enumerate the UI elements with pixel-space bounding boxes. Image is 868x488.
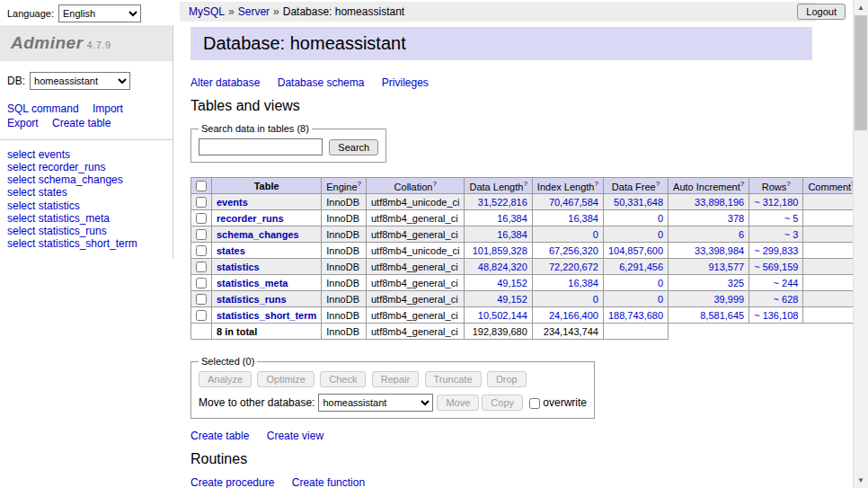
data-free-link[interactable]: 0 [658, 278, 663, 288]
data-free-link[interactable]: 104,857,600 [608, 245, 663, 256]
help-marker[interactable]: ? [358, 180, 361, 188]
row-checkbox[interactable] [196, 197, 207, 208]
export-link[interactable]: Export [7, 117, 39, 129]
table-name-link[interactable]: statistics_runs [217, 294, 287, 305]
table-name-link[interactable]: schema_changes [217, 229, 299, 240]
index-length-link[interactable]: 16,384 [568, 213, 598, 224]
create-procedure-link[interactable]: Create procedure [190, 476, 274, 488]
language-select[interactable]: English [58, 4, 141, 22]
auto-increment-link[interactable]: 39,999 [714, 294, 745, 305]
create-table-link[interactable]: Create table [52, 117, 111, 129]
privileges-link[interactable]: Privileges [382, 76, 429, 89]
help-marker[interactable]: ? [594, 180, 598, 188]
data-length-link[interactable]: 16,384 [497, 229, 527, 240]
auto-increment-link[interactable]: 325 [728, 278, 744, 288]
auto-increment-link[interactable]: 8,581,645 [700, 310, 744, 321]
sidebar-table-link[interactable]: select statistics_short_term [7, 238, 165, 250]
help-marker[interactable]: ? [523, 180, 527, 188]
move-button[interactable]: Move [437, 395, 479, 411]
sidebar-table-link[interactable]: select states [7, 187, 165, 199]
search-button[interactable]: Search [329, 139, 378, 155]
rows-link[interactable]: ~ 312,180 [754, 197, 798, 208]
data-length-link[interactable]: 31,522,816 [478, 197, 527, 208]
data-length-link[interactable]: 10,502,144 [478, 310, 527, 321]
row-checkbox[interactable] [196, 245, 207, 256]
sql-command-link[interactable]: SQL command [7, 102, 79, 115]
data-free-link[interactable]: 0 [658, 213, 663, 224]
copy-button[interactable]: Copy [482, 395, 523, 411]
row-checkbox[interactable] [196, 262, 207, 272]
db-select[interactable]: homeassistant [30, 72, 130, 90]
breadcrumb-mysql-link[interactable]: MySQL [189, 5, 225, 18]
data-free-link[interactable]: 0 [658, 229, 663, 240]
overwrite-checkbox[interactable] [529, 398, 540, 409]
table-name-link[interactable]: events [217, 197, 248, 208]
data-length-link[interactable]: 49,152 [497, 294, 527, 305]
index-length-link[interactable]: 24,166,400 [549, 310, 598, 321]
rows-link[interactable]: ~ 136,108 [754, 310, 798, 321]
data-length-link[interactable]: 48,824,320 [478, 262, 527, 272]
index-length-link[interactable]: 67,256,320 [549, 245, 598, 256]
select-all-checkbox[interactable] [196, 181, 207, 191]
help-marker[interactable]: ? [656, 180, 660, 188]
auto-increment-link[interactable]: 913,577 [708, 262, 744, 272]
database-schema-link[interactable]: Database schema [278, 76, 365, 89]
rows-link[interactable]: ~ 299,833 [754, 245, 798, 256]
table-name-link[interactable]: states [217, 245, 245, 256]
import-link[interactable]: Import [93, 102, 123, 115]
auto-increment-link[interactable]: 33,898,196 [695, 197, 744, 208]
rows-link[interactable]: ~ 5 [784, 213, 799, 224]
search-input[interactable] [199, 138, 323, 155]
auto-increment-link[interactable]: 378 [728, 213, 744, 224]
data-free-link[interactable]: 188,743,680 [608, 310, 663, 321]
rows-link[interactable]: ~ 569,159 [754, 262, 798, 272]
rows-link[interactable]: ~ 628 [774, 294, 799, 305]
repair-button[interactable]: Repair [372, 371, 419, 387]
help-marker[interactable]: ? [740, 180, 744, 188]
data-length-link[interactable]: 16,384 [497, 213, 527, 224]
truncate-button[interactable]: Truncate [425, 371, 482, 387]
scroll-up-icon[interactable]: ▲ [854, 0, 868, 15]
table-name-link[interactable]: statistics_meta [217, 278, 288, 288]
auto-increment-link[interactable]: 33,398,984 [695, 245, 744, 256]
table-name-link[interactable]: recorder_runs [217, 213, 284, 224]
scroll-thumb[interactable] [855, 15, 867, 130]
sidebar-table-link[interactable]: select statistics [7, 200, 165, 212]
scroll-down-icon[interactable]: ▼ [854, 473, 868, 488]
drop-button[interactable]: Drop [487, 371, 527, 387]
check-button[interactable]: Check [320, 371, 366, 387]
data-free-link[interactable]: 0 [658, 294, 663, 305]
data-length-link[interactable]: 101,859,328 [473, 245, 527, 256]
create-function-link[interactable]: Create function [292, 476, 365, 488]
data-free-link[interactable]: 50,331,648 [614, 197, 663, 208]
table-name-link[interactable]: statistics_short_term [217, 310, 316, 321]
move-database-select[interactable]: homeassistant [318, 394, 433, 412]
create-table-link-main[interactable]: Create table [190, 430, 249, 442]
index-length-link[interactable]: 0 [593, 294, 598, 305]
create-view-link[interactable]: Create view [267, 430, 323, 442]
table-name-link[interactable]: statistics [217, 262, 260, 272]
sidebar-table-link[interactable]: select schema_changes [7, 174, 165, 186]
scrollbar[interactable]: ▲ ▼ [853, 0, 868, 488]
index-length-link[interactable]: 70,467,584 [549, 197, 598, 208]
row-checkbox[interactable] [196, 213, 207, 224]
help-marker[interactable]: ? [786, 180, 790, 188]
sidebar-table-link[interactable]: select events [7, 149, 165, 161]
data-free-link[interactable]: 6,291,456 [619, 262, 663, 272]
analyze-button[interactable]: Analyze [199, 371, 252, 387]
optimize-button[interactable]: Optimize [257, 371, 314, 387]
rows-link[interactable]: ~ 3 [784, 229, 799, 240]
sidebar-table-link[interactable]: select statistics_meta [7, 213, 165, 225]
help-marker[interactable]: ? [432, 180, 436, 188]
data-length-link[interactable]: 49,152 [497, 278, 527, 288]
sidebar-table-link[interactable]: select statistics_runs [7, 226, 165, 237]
breadcrumb-server-link[interactable]: Server [238, 5, 270, 18]
index-length-link[interactable]: 0 [593, 229, 598, 240]
row-checkbox[interactable] [196, 278, 207, 288]
index-length-link[interactable]: 16,384 [568, 278, 598, 288]
index-length-link[interactable]: 72,220,672 [549, 262, 598, 272]
auto-increment-link[interactable]: 6 [739, 229, 744, 240]
rows-link[interactable]: ~ 244 [774, 278, 799, 288]
row-checkbox[interactable] [196, 229, 207, 240]
alter-database-link[interactable]: Alter database [190, 76, 260, 89]
